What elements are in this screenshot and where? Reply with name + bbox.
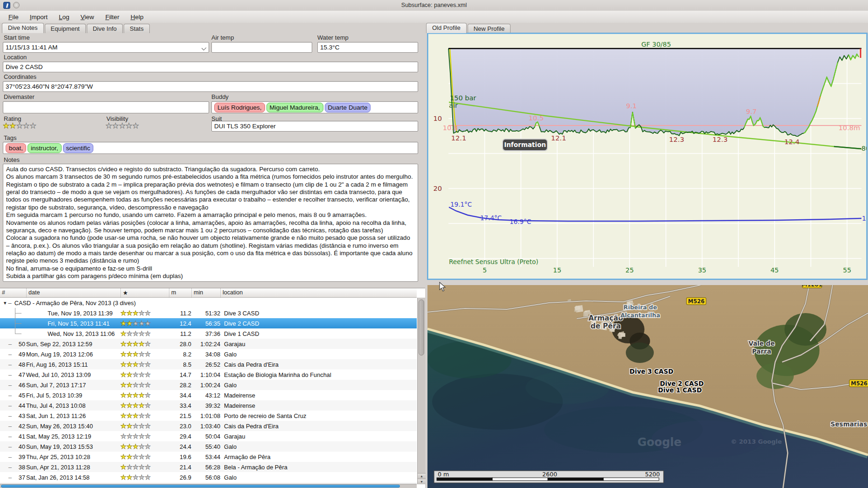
dive-row[interactable]: –42Sun, May 26, 2013 15:40★★★★★23.01:03:…	[0, 421, 417, 431]
star-icon[interactable]: ★	[120, 350, 126, 358]
star-icon[interactable]: ★	[126, 453, 133, 460]
star-icon[interactable]: ★	[145, 340, 151, 348]
star-icon[interactable]: ★	[145, 381, 151, 389]
dive-row[interactable]: –45Fri, Jul 5, 2013 10:39★★★★★34.443:12M…	[0, 390, 417, 400]
star-icon[interactable]: ★	[139, 340, 145, 348]
tab-equipment[interactable]: Equipment	[45, 24, 86, 33]
star-icon[interactable]: ★	[126, 381, 133, 389]
star-icon[interactable]: ★	[126, 402, 133, 409]
star-icon[interactable]: ★	[133, 391, 139, 399]
visibility-stars[interactable]: ★★★★★	[105, 122, 139, 130]
rating-stars[interactable]: ★★★★★	[3, 122, 36, 130]
star-icon[interactable]: ★	[133, 361, 139, 368]
dive-site-map[interactable]: Google© 2013 GoogleArmaçãode PêraRibeira…	[427, 285, 868, 488]
menu-item-help[interactable]: Help	[126, 12, 148, 22]
tag-pill[interactable]: boat,	[6, 143, 26, 153]
star-icon[interactable]: ★	[120, 371, 126, 378]
star-icon[interactable]: ★	[139, 320, 145, 327]
star-icon[interactable]: ★	[133, 381, 139, 389]
star-icon[interactable]: ★	[126, 463, 133, 471]
menu-item-import[interactable]: Import	[25, 12, 52, 22]
column-header-min[interactable]: min	[191, 288, 220, 297]
star-icon[interactable]: ★	[120, 463, 126, 471]
dive-list-vscrollbar[interactable]: ▲ ▼	[417, 298, 425, 484]
tab-old-profile[interactable]: Old Profile	[426, 23, 467, 33]
star-icon[interactable]: ★	[133, 309, 139, 317]
star-icon[interactable]: ★	[133, 463, 139, 471]
column-header-num[interactable]: #	[0, 288, 26, 297]
star-icon[interactable]: ★	[23, 122, 29, 130]
dive-row[interactable]: –44Thu, Jul 4, 2013 10:08★★★★★33.439:32M…	[0, 400, 417, 411]
star-icon[interactable]: ★	[145, 432, 151, 440]
buddy-pill[interactable]: Miguel Madureira,	[266, 103, 323, 112]
dive-row[interactable]: Wed, Nov 13, 2013 11:06★★★★★11.237:36Div…	[0, 328, 417, 339]
star-icon[interactable]: ★	[133, 402, 139, 409]
dive-list-header[interactable]: #date★mminlocation	[0, 288, 417, 298]
tab-stats[interactable]: Stats	[124, 24, 150, 33]
menu-item-view[interactable]: View	[76, 12, 99, 22]
star-icon[interactable]: ★	[112, 122, 119, 130]
star-icon[interactable]: ★	[133, 474, 139, 481]
star-icon[interactable]: ★	[126, 361, 133, 368]
star-icon[interactable]: ★	[139, 381, 145, 389]
column-header-m[interactable]: m	[169, 288, 191, 297]
star-icon[interactable]: ★	[126, 122, 132, 130]
star-icon[interactable]: ★	[120, 381, 126, 389]
star-icon[interactable]: ★	[16, 122, 23, 130]
star-icon[interactable]: ★	[120, 422, 126, 430]
dive-row[interactable]: –48Fri, Aug 16, 2013 15:11★★★★★8.526:52C…	[0, 359, 417, 369]
vscroll-thumb[interactable]	[419, 300, 424, 356]
star-icon[interactable]: ★	[145, 443, 151, 450]
dive-list-hscrollbar[interactable]	[0, 484, 417, 488]
dive-row[interactable]: –47Wed, Jul 10, 2013 13:09★★★★★14.71:10:…	[0, 369, 417, 380]
star-icon[interactable]: ★	[133, 443, 139, 450]
dive-row[interactable]: Tue, Nov 19, 2013 11:39★★★★★11.251:32Div…	[0, 308, 417, 318]
suit-input[interactable]: DUI TLS 350 Explorer	[211, 121, 418, 132]
information-tooltip[interactable]: Information	[503, 139, 547, 151]
star-icon[interactable]: ★	[120, 340, 126, 348]
dive-row[interactable]: –41Sat, May 25, 2013 12:19★★★★★29.450:04…	[0, 431, 417, 441]
divemaster-input[interactable]	[3, 101, 209, 113]
dive-row[interactable]: –38Sun, Apr 21, 2013 11:28★★★★★21.456:28…	[0, 462, 417, 472]
star-icon[interactable]: ★	[133, 330, 139, 337]
star-icon[interactable]: ★	[133, 453, 139, 460]
star-icon[interactable]: ★	[145, 320, 151, 327]
star-icon[interactable]: ★	[119, 122, 126, 130]
tab-dive-info[interactable]: Dive Info	[87, 24, 123, 33]
trip-group-row[interactable]: ▾–CASD - Armação de Pêra, Nov 2013 (3 di…	[0, 298, 417, 308]
star-icon[interactable]: ★	[126, 391, 133, 399]
star-icon[interactable]: ★	[145, 453, 151, 460]
star-icon[interactable]: ★	[126, 350, 133, 358]
star-icon[interactable]: ★	[139, 412, 145, 419]
star-icon[interactable]: ★	[139, 402, 145, 409]
water-temp-input[interactable]: 15.3°C	[317, 42, 418, 53]
dive-row[interactable]: –49Mon, Aug 19, 2013 12:06★★★★★8.234:08G…	[0, 349, 417, 359]
tags-input[interactable]: boat,instructor,scientific	[3, 142, 418, 154]
dive-row[interactable]: Fri, Nov 15, 2013 11:41★★★★★12.456:35Div…	[0, 318, 417, 328]
dive-row[interactable]: –40Sun, May 19, 2013 15:53★★★★★24.455:40…	[0, 441, 417, 452]
menu-item-log[interactable]: Log	[54, 12, 74, 22]
star-icon[interactable]: ★	[105, 122, 112, 130]
star-icon[interactable]: ★	[133, 350, 139, 358]
star-icon[interactable]: ★	[120, 320, 126, 327]
star-icon[interactable]: ★	[139, 391, 145, 399]
dive-row[interactable]: –39Thu, Apr 25, 2013 10:28★★★★★19.653:44…	[0, 452, 417, 462]
star-icon[interactable]: ★	[139, 371, 145, 378]
star-icon[interactable]: ★	[145, 474, 151, 481]
location-input[interactable]: Dive 2 CASD	[3, 62, 418, 72]
start-time-input[interactable]: 11/15/13 11:41 AM	[3, 42, 209, 53]
star-icon[interactable]: ★	[120, 432, 126, 440]
scroll-down-button[interactable]: ▼	[418, 479, 426, 484]
star-icon[interactable]: ★	[126, 309, 133, 317]
tag-pill[interactable]: instructor,	[28, 143, 62, 153]
star-icon[interactable]: ★	[3, 122, 9, 130]
star-icon[interactable]: ★	[145, 412, 151, 419]
star-icon[interactable]: ★	[145, 391, 151, 399]
star-icon[interactable]: ★	[145, 330, 151, 337]
star-icon[interactable]: ★	[139, 463, 145, 471]
star-icon[interactable]: ★	[145, 309, 151, 317]
star-icon[interactable]: ★	[145, 361, 151, 368]
star-icon[interactable]: ★	[132, 122, 139, 130]
star-icon[interactable]: ★	[133, 422, 139, 430]
dive-row[interactable]: –46Sun, Jul 7, 2013 17:17★★★★★28.21:00:2…	[0, 380, 417, 390]
